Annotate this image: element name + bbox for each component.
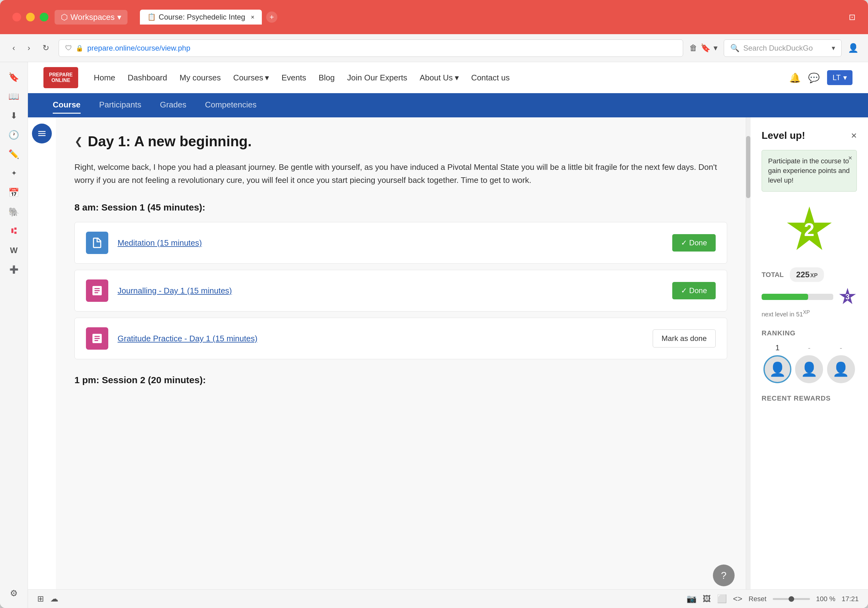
window-icon[interactable]: ⬜ [717,594,727,604]
sidebar-item-edit[interactable]: ✏️ [5,145,23,163]
journalling-icon [86,280,108,302]
gratitude-title[interactable]: Gratitude Practice - Day 1 (15 minutes) [118,334,643,344]
sidebar-item-reader[interactable]: 📖 [5,87,23,105]
screenshot-icon[interactable]: 📷 [687,594,696,604]
sidebar-item-mastodon[interactable]: 🐘 [5,203,23,221]
level-panel-close-button[interactable]: × [851,130,857,141]
sidebar-item-history[interactable]: 🕐 [5,126,23,143]
window-control-icon[interactable]: ⊡ [849,12,856,22]
cloud-icon[interactable]: ☁ [50,594,58,604]
journalling-title[interactable]: Journalling - Day 1 (15 minutes) [118,286,663,295]
notification-icon[interactable]: 🔔 [789,72,801,83]
sidebar-item-download[interactable]: ⬇ [5,107,23,124]
gratitude-mark-done-button[interactable]: Mark as done [653,330,716,347]
user-menu-button[interactable]: LT ▾ [827,70,852,85]
gratitude-icon [86,327,108,350]
search-dropdown-icon[interactable]: ▾ [832,44,835,52]
image-icon[interactable]: 🖼 [703,594,711,604]
search-bar[interactable]: 🔍 Search DuckDuckGo ▾ [724,39,842,57]
level-panel-header: Level up! × [762,130,857,141]
rank-1-number: 1 [775,344,779,352]
nav-blog[interactable]: Blog [319,73,335,82]
session2-header: 1 pm: Session 2 (20 minutes): [74,375,727,386]
tab-close-icon[interactable]: × [251,14,254,21]
reader-mode-icon[interactable]: 🔖 [701,43,710,53]
svg-rect-1 [38,133,46,134]
about-chevron-icon: ▾ [455,73,459,82]
traffic-lights [12,13,48,22]
activity-card-gratitude: Gratitude Practice - Day 1 (15 minutes) … [74,318,727,359]
sidebar-item-calendar[interactable]: 📅 [5,184,23,201]
site-header-icons: 🔔 💬 LT ▾ [789,70,852,85]
nav-courses[interactable]: Courses ▾ [233,73,269,82]
svg-rect-0 [38,131,46,132]
course-tab-grades[interactable]: Grades [160,97,186,114]
courses-chevron-icon: ▾ [265,73,269,82]
nav-user-icon[interactable]: 👤 [848,43,859,53]
address-shield-icon: 🔒 [76,44,84,52]
activity-card-journalling: Journalling - Day 1 (15 minutes) ✓ Done [74,270,727,311]
recent-rewards-label: RECENT REWARDS [762,394,857,403]
zoom-slider[interactable] [773,598,810,600]
new-tab-button[interactable]: + [266,11,277,23]
scroll-thumb[interactable] [746,136,750,198]
meditation-done-button[interactable]: ✓ Done [672,234,716,252]
zoom-thumb[interactable] [789,596,794,602]
meditation-title[interactable]: Meditation (15 minutes) [118,238,663,248]
sidebar-item-wikipedia[interactable]: W [5,242,23,259]
maximize-button[interactable] [40,13,48,22]
reset-label[interactable]: Reset [749,595,766,603]
bookmark-nav-icon[interactable]: 🗑 [689,43,698,53]
journalling-done-button[interactable]: ✓ Done [672,282,716,299]
reload-button[interactable]: ↻ [39,41,53,54]
course-tab-competencies[interactable]: Competencies [205,97,257,114]
site-logo[interactable]: PREPARE ONLINE [43,67,78,88]
tab-title: Course: Psychedelic Integ [159,13,245,22]
workspace-icon: ⬡ [61,12,68,22]
nav-home[interactable]: Home [94,73,115,82]
xp-unit: XP [810,272,818,279]
tab-area: 📋 Course: Psychedelic Integ × + [140,9,843,25]
nav-dropdown-icon[interactable]: ▾ [713,43,718,53]
course-tab-course[interactable]: Course [53,97,81,114]
tooltip-close-icon[interactable]: × [848,153,852,163]
user-initials: LT [832,73,841,82]
sidebar-item-settings[interactable]: ⚙ [5,585,23,602]
site-navigation: Home Dashboard My courses Courses ▾ Even… [94,73,789,82]
rank-item-3: - 👤 [827,344,855,383]
workspace-label: Workspaces [70,12,115,22]
back-button[interactable]: ‹ [9,41,18,54]
sidebar-item-bookmark[interactable]: 🔖 [5,68,23,86]
avatar-rank-2: 👤 [795,355,823,383]
workspace-button[interactable]: ⬡ Workspaces ▾ [54,10,127,25]
forward-button[interactable]: › [25,41,34,54]
address-bar[interactable]: 🛡 🔒 prepare.online/course/view.php [59,39,683,57]
day-description: Right, welcome back, I hope you had a pl… [74,161,727,187]
close-button[interactable] [12,13,21,22]
sidebar-item-spark[interactable]: ✦ [5,165,23,182]
search-placeholder: Search DuckDuckGo [743,44,813,53]
avatar-rank-3: 👤 [827,355,855,383]
active-tab[interactable]: 📋 Course: Psychedelic Integ × [140,9,262,25]
code-icon[interactable]: <> [733,594,742,604]
nav-my-courses[interactable]: My courses [180,73,221,82]
day-chevron-icon[interactable]: ❮ [74,135,83,147]
sidebar-toggle-icon[interactable]: ⊞ [37,594,44,604]
avatar-2-icon: 👤 [801,361,818,377]
nav-extra-icons: 🗑 🔖 ▾ [689,43,718,53]
meditation-icon [86,232,108,254]
nav-about-us[interactable]: About Us ▾ [420,73,459,82]
minimize-button[interactable] [26,13,35,22]
nav-join-experts[interactable]: Join Our Experts [347,73,407,82]
sidebar-item-pocket[interactable]: ⑆ [5,222,23,240]
title-bar: ⬡ Workspaces ▾ 📋 Course: Psychedelic Int… [0,0,868,34]
content-sidebar [28,117,56,589]
content-sidebar-toggle[interactable] [32,124,52,143]
help-bubble-button[interactable]: ? [713,564,735,586]
nav-events[interactable]: Events [281,73,306,82]
course-tab-participants[interactable]: Participants [99,97,141,114]
nav-dashboard[interactable]: Dashboard [128,73,167,82]
sidebar-item-add[interactable]: ➕ [5,261,23,278]
nav-contact-us[interactable]: Contact us [471,73,510,82]
message-icon[interactable]: 💬 [808,72,820,83]
